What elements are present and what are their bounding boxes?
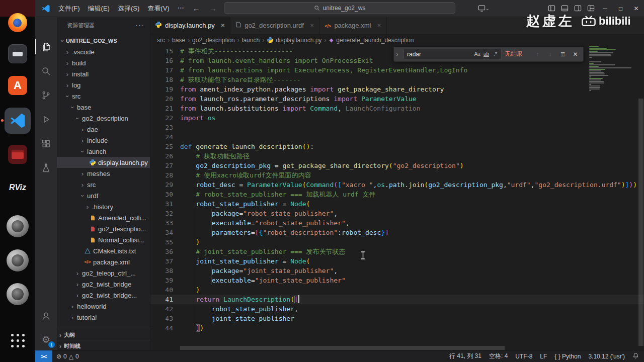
tree-item-helloworld[interactable]: ›helloworld: [57, 301, 150, 312]
code-line-37[interactable]: 37 joint_state_publisher = Node(: [150, 256, 644, 266]
code-line-39[interactable]: 39 executable="joint_state_publisher": [150, 276, 644, 285]
find-in-selection-icon[interactable]: ≣: [558, 49, 568, 59]
code-line-44[interactable]: 44 ]): [150, 323, 644, 333]
tree-item-go2_description[interactable]: ›go2_description: [57, 113, 150, 124]
toggle-replace-icon[interactable]: ›: [394, 47, 400, 61]
code-line-27[interactable]: 27 go2_description_pkg = get_package_sha…: [150, 161, 644, 170]
dock-lens-3-icon[interactable]: [0, 283, 35, 305]
tab-go2_description.urdf[interactable]: go2_description.urdf✕: [230, 17, 319, 34]
status-language[interactable]: { } Python: [554, 353, 581, 360]
code-line-38[interactable]: 38 package="joint_state_publisher",: [150, 266, 644, 276]
timeline-section[interactable]: › 时间线: [57, 340, 150, 350]
workspace-root-row[interactable]: › UNITREE_GO2_WS: [57, 35, 150, 46]
tree-item-tutorial[interactable]: ›tutorial: [57, 312, 150, 323]
code-line-21[interactable]: 21from launch.substitutions import Comma…: [150, 104, 644, 113]
breadcrumb-item-go2_description[interactable]: go2_description: [192, 37, 235, 44]
tree-item-meshes[interactable]: ›meshes: [57, 168, 150, 179]
settings-icon[interactable]: ⚙1: [35, 329, 57, 349]
code-line-42[interactable]: 42 robot_state_publisher,: [150, 304, 644, 314]
tree-item-launch[interactable]: ›launch: [57, 146, 150, 157]
tree-item-build[interactable]: ›build: [57, 57, 150, 68]
tree-item-Normal_collisi...[interactable]: Normal_collisi...: [57, 234, 150, 245]
find-next-icon[interactable]: ↓: [545, 49, 555, 59]
forward-button[interactable]: →: [209, 4, 217, 13]
dock-app-grid-icon[interactable]: [0, 334, 35, 347]
search-icon[interactable]: [35, 61, 57, 81]
dock-ubuntu-software-icon[interactable]: A: [0, 76, 35, 95]
command-center[interactable]: unitree_go2_ws: [224, 2, 455, 14]
match-case-icon[interactable]: Aa: [473, 50, 481, 58]
status-encoding[interactable]: UTF-8: [515, 353, 532, 360]
code-line-18[interactable]: 18# 获取功能包下share目录路径-------: [150, 75, 644, 84]
tree-item-package.xml[interactable]: </>package.xml: [57, 256, 150, 267]
close-icon[interactable]: ✕: [310, 23, 314, 28]
back-button[interactable]: ←: [193, 4, 200, 13]
tree-item-Amended_colli...[interactable]: Amended_colli...: [57, 212, 150, 223]
tree-item-go2_twist_bridge[interactable]: ›go2_twist_bridge: [57, 279, 150, 290]
extensions-icon[interactable]: [35, 133, 57, 153]
status-indent[interactable]: 空格: 4: [489, 352, 508, 360]
tree-item-.vscode[interactable]: ›.vscode: [57, 46, 150, 57]
close-icon[interactable]: ✕: [377, 23, 381, 28]
tree-item-log[interactable]: ›log: [57, 79, 150, 90]
breadcrumb-item-src[interactable]: src: [157, 37, 165, 44]
minimap[interactable]: [588, 46, 637, 92]
code-line-41[interactable]: 41 return LaunchDescription([: [150, 295, 644, 304]
tree-item-src[interactable]: ›src: [57, 90, 150, 102]
testing-icon[interactable]: [35, 157, 57, 177]
explorer-actions-icon[interactable]: ···: [135, 21, 144, 29]
code-line-17[interactable]: 17# from launch.actions import ExecutePr…: [150, 65, 644, 75]
problems-indicator[interactable]: ⊘ 0 △ 0: [56, 353, 79, 360]
code-line-26[interactable]: 26 # 获取功能包路径: [150, 151, 644, 161]
code-editor[interactable]: 15# 事件相关--------------------16# from lau…: [150, 46, 644, 345]
close-icon[interactable]: ✕: [571, 49, 580, 59]
tree-item-go2_descriptio...[interactable]: go2_descriptio...: [57, 223, 150, 234]
tree-item-install[interactable]: ›install: [57, 68, 150, 79]
code-line-31[interactable]: 31 robot_state_publisher = Node(: [150, 199, 644, 209]
tree-item-go2_teleop_ctrl_...[interactable]: ›go2_teleop_ctrl_...: [57, 267, 150, 279]
tree-item-base[interactable]: ›base: [57, 102, 150, 113]
dock-rviz-icon[interactable]: RViz: [0, 183, 35, 192]
tree-item-src[interactable]: ›src: [57, 179, 150, 190]
status-eol[interactable]: LF: [540, 353, 547, 360]
code-line-40[interactable]: 40 ): [150, 285, 644, 295]
status-interpreter[interactable]: 3.10.12 ('usr'): [588, 353, 625, 360]
tree-item-go2_twist_bridge...[interactable]: ›go2_twist_bridge...: [57, 290, 150, 301]
dock-firefox-icon[interactable]: [0, 13, 35, 32]
dock-media-app-icon[interactable]: [0, 145, 35, 164]
code-line-35[interactable]: 35 ): [150, 237, 644, 247]
code-line-24[interactable]: 24: [150, 132, 644, 142]
menu-item-2[interactable]: 选择(S): [114, 3, 143, 15]
tree-item-dae[interactable]: ›dae: [57, 124, 150, 135]
breadcrumb-item-launch[interactable]: launch: [242, 37, 260, 44]
code-line-28[interactable]: 28 # 使用xacro读取urdf文件里面的内容: [150, 170, 644, 180]
menu-item-3[interactable]: 查看(V): [143, 3, 173, 15]
code-line-34[interactable]: 34 parameters=[{"robot_description":robo…: [150, 228, 644, 237]
menu-item-0[interactable]: 文件(F): [54, 3, 84, 15]
tab-package.xml[interactable]: </>package.xml✕: [319, 17, 386, 34]
code-line-36[interactable]: 36 # joint_state_publisher === 发布关节状态: [150, 247, 644, 256]
code-line-23[interactable]: 23: [150, 123, 644, 132]
source-control-icon[interactable]: [35, 85, 57, 105]
explorer-icon[interactable]: [35, 37, 57, 57]
code-line-20[interactable]: 20from launch_ros.parameter_descriptions…: [150, 94, 644, 104]
code-line-32[interactable]: 32 package="robot_state_publisher",: [150, 209, 644, 218]
vertical-scrollbar[interactable]: [638, 99, 643, 346]
find-previous-icon[interactable]: ↑: [533, 49, 542, 59]
code-line-19[interactable]: 19from ament_index_python.packages impor…: [150, 84, 644, 94]
dock-lens-2-icon[interactable]: [0, 249, 35, 272]
breadcrumb-item-base[interactable]: base: [172, 37, 185, 44]
tab-display.launch.py[interactable]: display.launch.py✕: [150, 17, 230, 34]
code-line-30[interactable]: 30 # robot_state_publisher === 加载机器人 urd…: [150, 190, 644, 199]
tree-item-include[interactable]: ›include: [57, 135, 150, 146]
code-line-43[interactable]: 43 joint_state_publisher: [150, 314, 644, 323]
tree-item-display.launch.py[interactable]: display.launch.py: [57, 157, 150, 168]
accounts-icon[interactable]: [35, 306, 57, 326]
breadcrumb-item-generate_launch_description[interactable]: generate_launch_description: [329, 37, 414, 44]
menu-item-4[interactable]: ⋯: [174, 3, 188, 15]
breadcrumb-item-display.launch.py[interactable]: display.launch.py: [267, 37, 321, 44]
close-icon[interactable]: ✕: [221, 23, 225, 28]
menu-item-1[interactable]: 编辑(E): [84, 3, 114, 15]
run-debug-icon[interactable]: [35, 109, 57, 129]
status-line-col[interactable]: 行 41, 列 31: [449, 352, 481, 360]
